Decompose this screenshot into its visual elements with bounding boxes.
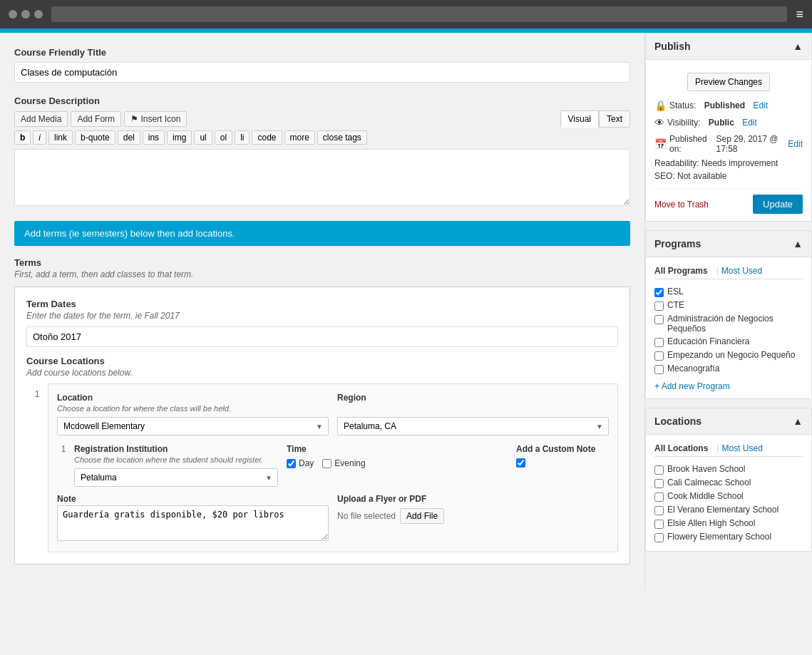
- region-label: Region: [337, 393, 609, 403]
- location-select-wrapper: Mcdowell Elementary: [57, 417, 329, 435]
- bquote-btn[interactable]: b-quote: [75, 130, 115, 145]
- term-dates-subtitle: Enter the dates for the term, ie Fall 20…: [26, 311, 618, 321]
- more-btn[interactable]: more: [284, 130, 315, 145]
- location-cali-calmecac-label: Cali Calmecac School: [667, 478, 751, 488]
- list-item: Cook Middle School: [654, 490, 803, 503]
- program-esl-checkbox[interactable]: [654, 288, 664, 297]
- location-el-verano-checkbox[interactable]: [654, 506, 664, 515]
- note-textarea[interactable]: Guardería gratis disponible, $20 por lib…: [57, 505, 329, 541]
- program-educacion-financiera-checkbox[interactable]: [654, 338, 664, 347]
- reg-inner: Registration Institution Choose the loca…: [74, 444, 278, 487]
- program-admin-negocios-label: Administración de Negocios Pequeños: [667, 314, 803, 334]
- course-locations-subtitle: Add course locations below.: [26, 368, 618, 378]
- format-toolbar: b i link b-quote del ins img ul ol li co…: [14, 130, 630, 145]
- add-media-button[interactable]: Add Media: [14, 111, 68, 127]
- update-button[interactable]: Update: [753, 195, 803, 214]
- region-select[interactable]: Petaluma, CA: [337, 417, 609, 435]
- location-flowery-label: Flowery Elementary School: [667, 532, 771, 542]
- locations-section: Locations ▲ All Locations | Most Used Br…: [645, 408, 812, 552]
- move-to-trash-link[interactable]: Move to Trash: [654, 200, 709, 210]
- reg-institution-select[interactable]: Petaluma: [74, 468, 278, 487]
- time-checkboxes: Day Evening: [287, 458, 508, 468]
- status-edit-link[interactable]: Edit: [753, 100, 768, 110]
- evening-checkbox-item: Evening: [322, 458, 365, 468]
- no-file-text: No file selected: [337, 511, 396, 521]
- bold-btn[interactable]: b: [14, 130, 31, 145]
- programs-most-used-tab[interactable]: Most Used: [721, 264, 768, 279]
- del-btn[interactable]: del: [118, 130, 140, 145]
- course-description-section: Course Description Add Media Add Form ⚑ …: [14, 96, 630, 208]
- location-elsie-allen-checkbox[interactable]: [654, 520, 664, 529]
- menu-icon[interactable]: ≡: [796, 7, 803, 22]
- day-checkbox[interactable]: [287, 459, 296, 468]
- insert-icon-button[interactable]: ⚑ Insert Icon: [124, 111, 187, 127]
- location-cook-middle-checkbox[interactable]: [654, 492, 664, 502]
- add-form-button[interactable]: Add Form: [71, 111, 121, 127]
- publish-collapse-icon[interactable]: ▲: [793, 41, 803, 52]
- location-brook-haven-checkbox[interactable]: [654, 465, 664, 475]
- ins-btn[interactable]: ins: [143, 130, 165, 145]
- published-on-edit-link[interactable]: Edit: [788, 139, 803, 149]
- list-item: Elsie Allen High School: [654, 517, 803, 530]
- list-item: Brook Haven School: [654, 463, 803, 476]
- custom-note-label: Add a Custom Note: [516, 444, 609, 454]
- terms-section: Terms First, add a term, then add classe…: [14, 257, 630, 564]
- program-empezando-negocio-checkbox[interactable]: [654, 351, 664, 361]
- visibility-label: Visibility:: [667, 118, 700, 128]
- lock-icon: 🔒: [654, 100, 667, 111]
- program-cte-checkbox[interactable]: [654, 301, 664, 311]
- locations-most-used-tab[interactable]: Most Used: [721, 442, 768, 456]
- location-card-wrapper: Location Choose a location for where the…: [48, 383, 618, 552]
- list-item: Administración de Negocios Pequeños: [654, 312, 803, 335]
- term-dates-input[interactable]: [26, 326, 618, 347]
- programs-collapse-icon[interactable]: ▲: [793, 238, 803, 249]
- time-label: Time: [287, 444, 508, 454]
- titlebar: ≡: [0, 0, 812, 29]
- location-select[interactable]: Mcdowell Elementary: [57, 417, 329, 435]
- italic-btn[interactable]: i: [33, 130, 46, 145]
- close-tags-btn[interactable]: close tags: [317, 130, 367, 145]
- text-tab[interactable]: Text: [599, 110, 630, 128]
- evening-checkbox[interactable]: [322, 459, 332, 468]
- img-btn[interactable]: img: [167, 130, 192, 145]
- visibility-value: Public: [709, 118, 734, 128]
- location-cali-calmecac-checkbox[interactable]: [654, 479, 664, 488]
- custom-note-checkbox[interactable]: [516, 458, 525, 468]
- program-mecanografia-checkbox[interactable]: [654, 365, 664, 374]
- publish-header: Publish ▲: [646, 33, 811, 60]
- visual-tab[interactable]: Visual: [560, 110, 599, 128]
- ol-btn[interactable]: ol: [215, 130, 232, 145]
- visual-text-tab-group: Visual Text: [560, 110, 630, 128]
- ul-btn[interactable]: ul: [194, 130, 212, 145]
- evening-label: Evening: [334, 458, 365, 468]
- location-card: Location Choose a location for where the…: [48, 383, 618, 552]
- location-label: Location: [57, 393, 329, 403]
- locations-body: All Locations | Most Used Brook Haven Sc…: [646, 435, 811, 551]
- add-file-button[interactable]: Add File: [400, 508, 444, 524]
- day-checkbox-item: Day: [287, 458, 314, 468]
- location-flowery-checkbox[interactable]: [654, 533, 664, 542]
- preview-changes-button[interactable]: Preview Changes: [687, 73, 770, 91]
- course-friendly-title-input[interactable]: [14, 62, 630, 83]
- description-editor[interactable]: [14, 149, 630, 206]
- add-new-program-link[interactable]: + Add new Program: [654, 381, 803, 391]
- course-locations-section: Course Locations Add course locations be…: [26, 356, 618, 552]
- code-btn[interactable]: code: [252, 130, 282, 145]
- title-bar-input: [51, 6, 787, 22]
- location-cook-middle-label: Cook Middle School: [667, 491, 744, 501]
- program-educacion-financiera-label: Educación Financiera: [667, 336, 749, 346]
- note-label: Note: [57, 494, 329, 504]
- reg-time-note-row: 1 Registration Institution Choose the lo…: [57, 444, 609, 487]
- readability-label: Readability:: [654, 158, 699, 168]
- list-item: Empezando un Negocio Pequeño: [654, 349, 803, 362]
- locations-all-tab[interactable]: All Locations: [654, 442, 714, 456]
- visibility-edit-link[interactable]: Edit: [742, 118, 757, 128]
- li-btn[interactable]: li: [235, 130, 250, 145]
- program-admin-negocios-checkbox[interactable]: [654, 315, 664, 324]
- custom-note-checkbox-wrapper: [516, 458, 609, 470]
- link-btn[interactable]: link: [48, 130, 73, 145]
- dot-2: [21, 10, 30, 19]
- reg-row-number: 1: [57, 444, 70, 454]
- programs-all-tab[interactable]: All Programs: [654, 264, 714, 279]
- locations-collapse-icon[interactable]: ▲: [793, 416, 803, 427]
